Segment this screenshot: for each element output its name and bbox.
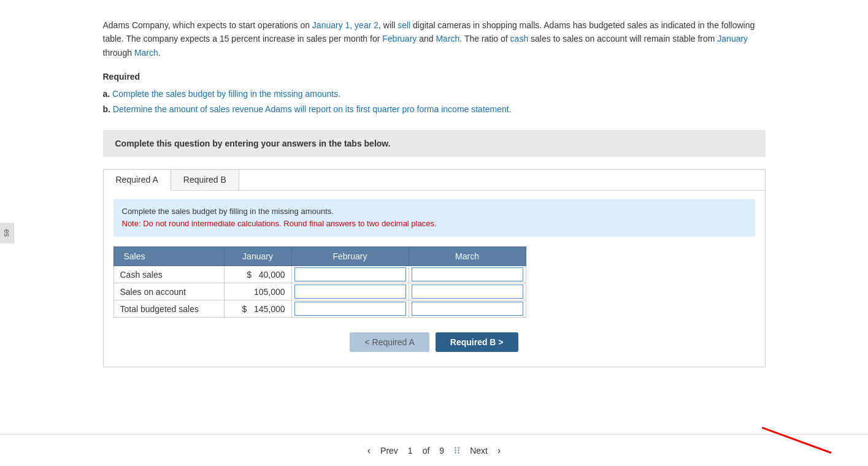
total-budgeted-march-cell [409,300,526,318]
row-label-total-budgeted-sales: Total budgeted sales [113,300,224,318]
sales-on-account-february-cell [291,283,409,300]
requirement-b: b. Determine the amount of sales revenue… [103,102,766,117]
total-budgeted-february-input[interactable] [294,302,406,316]
requirement-a: a. Complete the sales budget by filling … [103,86,766,102]
tab-instructions: Complete the sales budget by filling in … [113,199,755,237]
tab-a-content: Complete the sales budget by filling in … [104,191,765,367]
sales-on-account-march-input[interactable] [412,285,523,299]
sales-on-account-january: 105,000 [224,283,291,300]
dollar-sign-1: $ [247,270,252,280]
cash-sales-february-input[interactable] [294,267,406,281]
nav-buttons: < Required A Required B > [113,332,755,352]
sales-on-account-march-cell [409,283,526,300]
required-a-button[interactable]: < Required A [350,332,429,352]
instruction-box: Complete this question by entering your … [103,130,766,157]
cash-sales-march-cell [409,266,526,283]
cash-sales-january: $ 40,000 [224,266,291,283]
tab-note: Note: Do not round intermediate calculat… [122,218,747,231]
table-row: Cash sales $ 40,000 [113,266,526,283]
tab-required-b[interactable]: Required B [171,170,239,190]
sidebar-tab[interactable]: es [0,223,14,243]
total-budgeted-january: $ 145,000 [224,300,291,318]
row-label-sales-on-account: Sales on account [113,283,224,300]
table-row: Sales on account 105,000 [113,283,526,300]
sales-table: Sales January February March [113,246,526,318]
grid-icon[interactable]: ⁝⁝ [454,445,460,456]
dollar-sign-2: $ [242,304,247,314]
cash-sales-february-cell [291,266,409,283]
tab-required-a[interactable]: Required A [104,170,171,191]
requirements-list: a. Complete the sales budget by filling … [103,86,766,117]
col-header-february: February [291,247,409,266]
instruction-text: Complete this question by entering your … [115,139,753,148]
page-of: of [423,446,430,456]
page-current: 1 [408,446,413,456]
required-b-button[interactable]: Required B > [436,332,518,352]
pagination-bar: ‹ Prev 1 of 9 ⁝⁝ Next › [0,434,868,466]
col-header-january: January [224,247,291,266]
cash-sales-march-input[interactable] [412,267,523,281]
prev-link[interactable]: Prev [380,446,398,456]
prev-arrow-icon[interactable]: ‹ [367,445,371,456]
sales-on-account-february-input[interactable] [294,285,406,299]
next-link[interactable]: Next [470,446,488,456]
next-arrow-icon[interactable]: › [497,445,501,456]
sidebar-label: es [2,229,11,237]
col-header-sales: Sales [113,247,224,266]
table-row: Total budgeted sales $ 145,000 [113,300,526,318]
page-total: 9 [439,446,444,456]
row-label-cash-sales: Cash sales [113,266,224,283]
tabs-container: Required A Required B Complete the sales… [103,169,766,368]
tabs-header: Required A Required B [104,170,765,191]
total-budgeted-march-input[interactable] [412,302,523,316]
tab-instruction-text: Complete the sales budget by filling in … [122,205,747,218]
col-header-march: March [409,247,526,266]
required-heading: Required [103,72,766,82]
intro-text: Adams Company, which expects to start op… [103,18,766,59]
total-budgeted-february-cell [291,300,409,318]
